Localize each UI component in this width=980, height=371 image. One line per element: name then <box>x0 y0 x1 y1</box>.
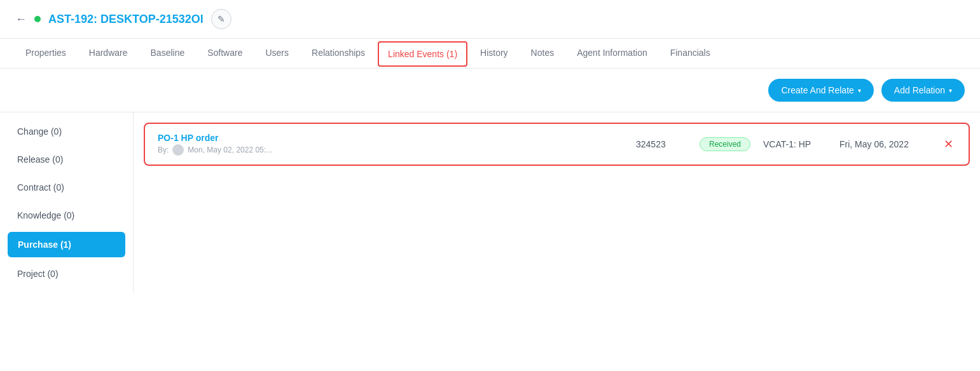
tab-software[interactable]: Software <box>197 39 252 68</box>
create-relate-chevron-icon: ▾ <box>858 87 861 94</box>
status-indicator <box>34 16 41 22</box>
tab-agent-information[interactable]: Agent Information <box>567 39 658 68</box>
relation-title[interactable]: PO-1 HP order <box>158 133 623 143</box>
delete-relation-button[interactable]: ✕ <box>941 135 956 154</box>
edit-button[interactable]: ✎ <box>211 9 231 29</box>
tab-relationships[interactable]: Relationships <box>301 39 375 68</box>
ticket-title: AST-192: DESKTOP-21532OI <box>48 13 204 26</box>
nav-tabs: Properties Hardware Baseline Software Us… <box>0 39 980 69</box>
relation-meta-date: Mon, May 02, 2022 05:... <box>188 145 272 154</box>
sidebar-item-release[interactable]: Release (0) <box>0 145 133 173</box>
tab-hardware[interactable]: Hardware <box>79 39 138 68</box>
tab-financials[interactable]: Financials <box>660 39 721 68</box>
sidebar-item-project[interactable]: Project (0) <box>0 260 133 288</box>
back-button[interactable]: ← <box>15 13 27 26</box>
tab-history[interactable]: History <box>470 39 518 68</box>
relation-info: PO-1 HP order By: Mon, May 02, 2022 05:.… <box>158 133 623 156</box>
add-relation-button[interactable]: Add Relation ▾ <box>881 79 965 102</box>
relation-card: PO-1 HP order By: Mon, May 02, 2022 05:.… <box>144 123 970 166</box>
sidebar-item-purchase[interactable]: Purchase (1) <box>8 232 125 257</box>
edit-icon: ✎ <box>217 14 225 24</box>
sidebar-item-change[interactable]: Change (0) <box>0 118 133 145</box>
main-layout: Change (0) Release (0) Contract (0) Know… <box>0 112 980 293</box>
relation-meta: By: Mon, May 02, 2022 05:... <box>158 144 623 156</box>
action-bar: Create And Relate ▾ Add Relation ▾ <box>0 69 980 112</box>
content-area: Create And Relate ▾ Add Relation ▾ Chang… <box>0 69 980 293</box>
add-relation-label: Add Relation <box>894 85 945 95</box>
sidebar-item-contract[interactable]: Contract (0) <box>0 173 133 201</box>
relation-meta-by: By: <box>158 145 169 154</box>
tab-properties[interactable]: Properties <box>15 39 76 68</box>
tab-baseline[interactable]: Baseline <box>141 39 195 68</box>
sidebar-item-knowledge[interactable]: Knowledge (0) <box>0 201 133 229</box>
relation-vcat: VCAT-1: HP <box>763 139 827 149</box>
tab-notes[interactable]: Notes <box>521 39 565 68</box>
tab-users[interactable]: Users <box>255 39 299 68</box>
create-and-relate-button[interactable]: Create And Relate ▾ <box>768 79 873 102</box>
add-relation-chevron-icon: ▾ <box>949 87 952 94</box>
relation-date: Fri, May 06, 2022 <box>839 139 928 149</box>
tab-linked-events[interactable]: Linked Events (1) <box>378 41 467 67</box>
avatar <box>172 144 184 156</box>
delete-icon: ✕ <box>944 138 953 151</box>
header-bar: ← AST-192: DESKTOP-21532OI ✎ <box>0 0 980 39</box>
status-badge: Received <box>700 137 750 151</box>
create-and-relate-label: Create And Relate <box>781 85 853 95</box>
content-panel: PO-1 HP order By: Mon, May 02, 2022 05:.… <box>134 112 980 293</box>
relation-number: 324523 <box>636 139 687 149</box>
sidebar: Change (0) Release (0) Contract (0) Know… <box>0 112 134 293</box>
